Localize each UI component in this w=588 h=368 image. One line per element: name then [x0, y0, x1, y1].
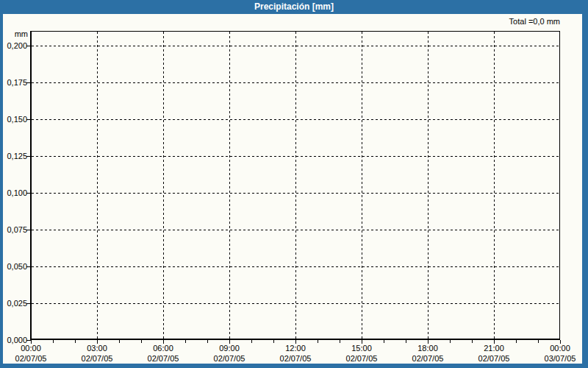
- plot-area: [30, 31, 560, 340]
- total-label: Total =0,0 mm: [340, 17, 560, 26]
- title-bar: Precipitación [mm]: [0, 0, 588, 14]
- chart-panel: Precipitación [mm] Total =0,0 mm mm 0,20…: [0, 0, 588, 368]
- y-axis-unit-label: mm: [0, 29, 28, 38]
- chart-title: Precipitación [mm]: [254, 1, 334, 12]
